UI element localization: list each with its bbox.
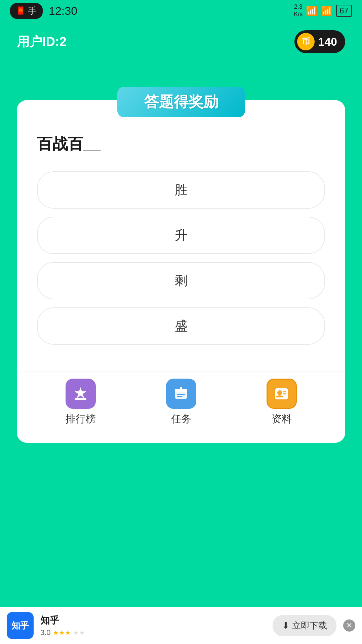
nav-label-profile: 资料 <box>272 412 292 426</box>
coin-icon: 币 <box>297 33 315 50</box>
option-b[interactable]: 升 <box>37 217 325 254</box>
options-list: 胜 升 剩 盛 <box>37 171 325 345</box>
ranking-icon <box>66 379 96 409</box>
ad-app-name: 知乎 <box>40 614 266 627</box>
nav-item-profile[interactable]: 资料 <box>267 379 297 426</box>
nav-item-ranking[interactable]: 排行榜 <box>66 379 96 426</box>
profile-icon <box>267 379 297 409</box>
svg-rect-3 <box>177 394 185 395</box>
bottom-nav: 排行榜 任务 <box>17 372 345 429</box>
download-icon: ⬇ <box>282 620 289 631</box>
coin-badge: 币 140 <box>294 30 345 53</box>
main-card: 答题得奖励 百战百__ 胜 升 剩 盛 <box>17 100 345 443</box>
ad-rating-num: 3.0 <box>40 628 51 637</box>
status-time: 12:30 <box>49 4 77 17</box>
stars-filled: ★★★ <box>53 629 71 637</box>
status-left: 🧧 手 12:30 <box>10 3 77 19</box>
svg-rect-7 <box>283 391 286 392</box>
ad-download-button[interactable]: ⬇ 立即下载 <box>273 615 336 636</box>
option-c[interactable]: 剩 <box>37 262 325 299</box>
option-d[interactable]: 盛 <box>37 307 325 345</box>
app-indicator: 🧧 手 <box>10 3 43 19</box>
svg-rect-0 <box>75 398 86 400</box>
app-icon: 🧧 <box>16 6 25 15</box>
svg-rect-8 <box>283 393 286 394</box>
ad-close-button[interactable]: ✕ <box>343 619 355 632</box>
app-label: 手 <box>28 5 37 17</box>
coin-amount: 140 <box>318 35 337 48</box>
stars-empty: ★★ <box>73 629 85 637</box>
signal-icon: 📶 <box>321 5 333 16</box>
network-speed: 2.3K/s <box>294 3 303 18</box>
svg-point-6 <box>277 390 282 395</box>
card-title-banner: 答题得奖励 <box>117 87 245 117</box>
ad-logo: 知乎 <box>7 612 34 639</box>
question-text: 百战百__ <box>37 127 325 155</box>
ad-rating: 3.0 ★★★ ★★ <box>40 628 266 637</box>
nav-label-tasks: 任务 <box>171 412 191 426</box>
status-right: 2.3K/s 📶 📶 67 <box>294 3 352 18</box>
status-bar: 🧧 手 12:30 2.3K/s 📶 📶 67 <box>0 0 362 20</box>
option-a[interactable]: 胜 <box>37 171 325 209</box>
battery-indicator: 67 <box>336 5 352 17</box>
user-id: 用户ID:2 <box>17 33 67 50</box>
nav-item-tasks[interactable]: 任务 <box>166 379 196 426</box>
wifi-icon: 📶 <box>306 5 318 16</box>
nav-label-ranking: 排行榜 <box>66 412 96 426</box>
header: 用户ID:2 币 140 <box>0 24 362 60</box>
ad-banner: 知乎 知乎 3.0 ★★★ ★★ ⬇ 立即下载 ✕ <box>0 607 362 644</box>
download-label: 立即下载 <box>292 620 327 632</box>
svg-rect-4 <box>177 396 183 397</box>
tasks-icon <box>166 379 196 409</box>
ad-info: 知乎 3.0 ★★★ ★★ <box>40 614 266 637</box>
card-title: 答题得奖励 <box>144 93 218 110</box>
card-content: 百战百__ 胜 升 剩 盛 <box>17 100 345 372</box>
